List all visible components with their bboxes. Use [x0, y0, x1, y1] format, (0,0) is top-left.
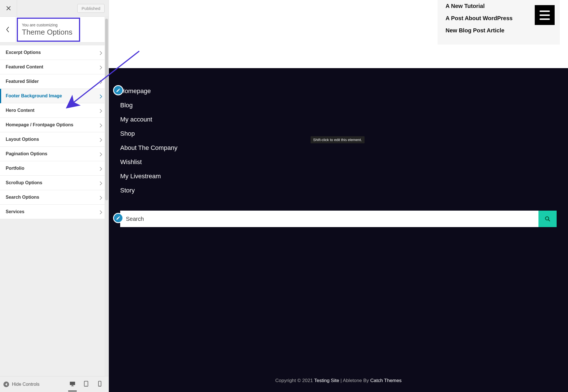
chevron-right-icon: [99, 80, 103, 83]
footer-area: HomepageBlogMy accountShopAbout The Comp…: [109, 68, 568, 392]
option-label: Search Options: [6, 195, 39, 200]
svg-line-8: [548, 220, 550, 221]
footer-nav-link[interactable]: Shop: [120, 127, 177, 141]
option-label: Featured Slider: [6, 79, 39, 84]
chevron-right-icon: [99, 181, 103, 185]
device-preview-buttons: [69, 381, 105, 388]
copyright-theme-link[interactable]: Catch Themes: [370, 378, 401, 383]
chevron-right-icon: [99, 138, 103, 141]
option-item-layout-options[interactable]: Layout Options: [0, 132, 109, 147]
option-label: Scrollup Options: [6, 180, 42, 185]
option-label: Pagination Options: [6, 151, 47, 156]
section-title-box: You are customizing Theme Options: [17, 18, 80, 42]
edit-shortcut-nav[interactable]: [113, 85, 123, 95]
published-button[interactable]: Published: [77, 4, 105, 13]
footer-nav-link[interactable]: Blog: [120, 98, 177, 112]
option-item-footer-background-image[interactable]: Footer Background Image: [0, 89, 109, 103]
svg-point-6: [99, 385, 100, 386]
option-label: Layout Options: [6, 137, 39, 142]
footer-nav-link[interactable]: Story: [120, 183, 177, 198]
hide-controls-button[interactable]: Hide Controls: [3, 381, 39, 387]
desktop-icon: [69, 381, 76, 387]
chevron-right-icon: [99, 167, 103, 170]
search-input[interactable]: [120, 211, 538, 227]
tablet-preview-button[interactable]: [83, 381, 89, 388]
copyright-line: Copyright © 2021 Testing Site | Abletone…: [109, 378, 568, 383]
option-item-featured-slider[interactable]: Featured Slider: [0, 74, 109, 89]
close-customizer-button[interactable]: [0, 0, 17, 17]
scrollbar-thumb[interactable]: [105, 19, 108, 200]
recent-post-link[interactable]: New Blog Post Article: [446, 24, 552, 37]
chevron-right-icon: [99, 123, 103, 127]
option-item-featured-content[interactable]: Featured Content: [0, 60, 109, 74]
mobile-icon: [97, 381, 103, 387]
option-item-portfolio[interactable]: Portfolio: [0, 161, 109, 176]
sidebar-footer: Hide Controls: [0, 376, 109, 392]
search-submit-button[interactable]: [538, 211, 557, 227]
option-item-hero-content[interactable]: Hero Content: [0, 103, 109, 118]
chevron-right-icon: [99, 152, 103, 156]
option-item-homepage-frontpage-options[interactable]: Homepage / Frontpage Options: [0, 118, 109, 132]
footer-nav-link[interactable]: Wishlist: [120, 155, 177, 169]
option-label: Portfolio: [6, 166, 24, 171]
sidebar-topbar: Published: [0, 0, 109, 17]
mobile-preview-button[interactable]: [97, 381, 103, 388]
publish-status-wrap: Published: [17, 4, 109, 13]
chevron-right-icon: [99, 210, 103, 213]
chevron-right-icon: [99, 65, 103, 69]
footer-nav-link[interactable]: About The Company: [120, 141, 177, 155]
chevron-left-icon: [6, 26, 10, 33]
hide-controls-label: Hide Controls: [12, 382, 39, 387]
search-icon: [545, 216, 550, 222]
option-item-services[interactable]: Services: [0, 205, 109, 219]
option-label: Homepage / Frontpage Options: [6, 122, 73, 127]
hamburger-icon: [540, 11, 550, 20]
svg-point-4: [86, 385, 86, 386]
chevron-right-icon: [99, 94, 103, 98]
option-label: Services: [6, 209, 24, 214]
footer-nav-link[interactable]: Homepage: [120, 84, 177, 98]
chevron-right-icon: [99, 51, 103, 54]
preview-pane: A New TutorialA Post About WordPressNew …: [109, 0, 568, 392]
svg-rect-0: [70, 381, 75, 385]
close-icon: [6, 6, 11, 11]
edit-shortcut-search[interactable]: [113, 213, 123, 223]
option-item-search-options[interactable]: Search Options: [0, 190, 109, 205]
section-title: Theme Options: [22, 28, 75, 37]
edit-tooltip: Shift-click to edit this element.: [311, 136, 365, 143]
footer-nav-menu: HomepageBlogMy accountShopAbout The Comp…: [120, 84, 177, 198]
pencil-icon: [116, 216, 120, 220]
tablet-icon: [83, 381, 89, 387]
chevron-right-icon: [99, 196, 103, 199]
section-subtitle: You are customizing: [22, 23, 75, 27]
copyright-prefix: Copyright © 2021: [275, 378, 314, 383]
option-label: Excerpt Options: [6, 50, 41, 55]
option-label: Hero Content: [6, 108, 34, 113]
collapse-left-icon: [3, 381, 9, 387]
option-label: Footer Background Image: [6, 93, 62, 98]
option-label: Featured Content: [6, 64, 43, 70]
option-item-scrollup-options[interactable]: Scrollup Options: [0, 176, 109, 190]
copyright-site-link[interactable]: Testing Site: [314, 378, 339, 383]
desktop-preview-button[interactable]: [69, 381, 76, 388]
section-header: You are customizing Theme Options: [0, 17, 109, 43]
option-item-pagination-options[interactable]: Pagination Options: [0, 147, 109, 161]
chevron-right-icon: [99, 109, 103, 112]
footer-search: [120, 211, 557, 227]
customizer-sidebar: Published You are customizing Theme Opti…: [0, 0, 109, 392]
sidebar-scrollbar[interactable]: [105, 17, 109, 376]
svg-rect-1: [72, 385, 73, 386]
options-list: Excerpt OptionsFeatured ContentFeatured …: [0, 43, 109, 376]
option-item-excerpt-options[interactable]: Excerpt Options: [0, 45, 109, 60]
menu-toggle-button[interactable]: [535, 5, 555, 25]
svg-rect-2: [71, 386, 74, 386]
pencil-icon: [116, 88, 120, 93]
back-button[interactable]: [0, 17, 16, 42]
footer-nav-link[interactable]: My account: [120, 112, 177, 127]
footer-nav-link[interactable]: My Livestream: [120, 169, 177, 183]
copyright-mid: | Abletone By: [339, 378, 370, 383]
